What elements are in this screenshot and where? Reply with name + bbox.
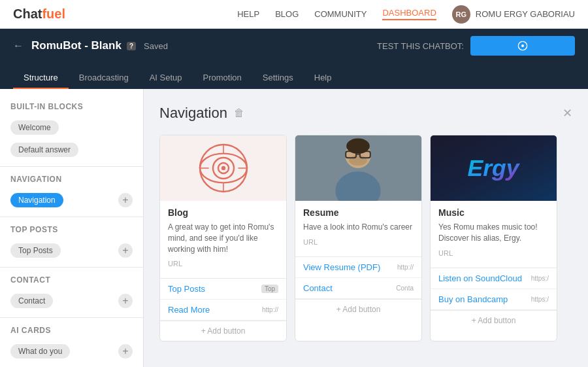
card-btn-url-contact: Conta <box>396 285 414 292</box>
card-url-label-blog: URL <box>168 260 278 268</box>
sidebar-item-ai-cards: What do you + <box>0 340 143 362</box>
svg-text:Ergy: Ergy <box>467 155 520 181</box>
card-desc-blog: A great way to get into Romu's mind, and… <box>168 222 278 254</box>
sidebar-section-title-top-posts: Top Posts <box>0 222 143 239</box>
card-btn-url-bandcamp: https:/ <box>531 296 549 303</box>
top-navigation: Chatfuel HELP BLOG COMMUNITY DASHBOARD R… <box>0 0 588 29</box>
bot-header-left: ← RomuBot - Blank ? Saved <box>13 39 168 52</box>
sidebar-chip-contact: Contact <box>10 294 53 308</box>
sidebar-divider-2 <box>0 217 143 217</box>
card-image-music: Ergy <box>431 135 557 201</box>
subnav-settings[interactable]: Settings <box>252 67 304 89</box>
content-title: Navigation 🗑 <box>159 105 244 122</box>
card-button-top-posts[interactable]: Top Posts Top <box>160 279 286 300</box>
user-area: RG ROMU ERGY GABORIAU <box>452 5 575 24</box>
subnav-broadcasting[interactable]: Broadcasting <box>69 67 139 89</box>
sidebar-section-contact: Contact Contact + <box>0 273 143 312</box>
nav-blog[interactable]: BLOG <box>275 9 299 19</box>
sidebar-divider-4 <box>0 317 143 318</box>
add-button-music[interactable]: + Add button <box>431 310 557 330</box>
sidebar-chip-default: Default answer <box>10 143 78 157</box>
sidebar-section-title-ai-cards: AI cards <box>0 323 143 340</box>
back-arrow[interactable]: ← <box>13 40 24 52</box>
card-title-resume: Resume <box>303 207 414 218</box>
main-layout: Built-in blocks Welcome Default answer N… <box>0 89 588 367</box>
sidebar-section-ai-cards: AI cards What do you + <box>0 323 143 362</box>
card-body-resume: Resume Have a look into Romu's career UR… <box>295 201 421 256</box>
sidebar-item-welcome: Welcome <box>0 116 143 139</box>
chip-default-answer[interactable]: Default answer <box>10 143 78 157</box>
card-music: Ergy Music Yes Romu makes music too! Dis… <box>430 135 557 341</box>
svg-point-6 <box>221 166 225 170</box>
card-image-blog <box>160 135 286 201</box>
sidebar-section-title-navigation: Navigation <box>0 172 143 189</box>
nav-help[interactable]: HELP <box>237 9 259 19</box>
sidebar-section-title-contact: Contact <box>0 273 143 290</box>
add-ai-cards-button[interactable]: + <box>118 344 133 358</box>
svg-point-1 <box>521 44 524 47</box>
chip-top-posts[interactable]: Top Posts <box>10 243 61 258</box>
content-title-text: Navigation <box>159 105 227 122</box>
card-button-soundcloud[interactable]: Listen on SoundCloud https:/ <box>431 268 557 289</box>
chip-navigation[interactable]: Navigation <box>10 193 63 207</box>
sidebar-section-top-posts: Top Posts Top Posts + <box>0 222 143 262</box>
svg-point-13 <box>349 155 367 166</box>
card-title-music: Music <box>438 207 549 218</box>
card-button-contact[interactable]: Contact Conta <box>295 278 421 299</box>
card-button-view-resume[interactable]: View Resume (PDF) http:// <box>295 257 421 278</box>
content-area: Navigation 🗑 ✕ <box>144 89 588 367</box>
card-url-label-music: URL <box>438 249 549 257</box>
add-top-posts-button[interactable]: + <box>118 243 133 258</box>
sidebar-chip-ai-cards: What do you <box>10 344 70 358</box>
card-button-read-more[interactable]: Read More http:// <box>160 300 286 321</box>
sidebar-section-title-builtin: Built-in blocks <box>0 99 143 116</box>
card-btn-label-soundcloud: Listen on SoundCloud <box>438 273 522 283</box>
card-btn-url-soundcloud: https:/ <box>531 275 549 282</box>
logo-chat: Chat <box>13 7 42 21</box>
sidebar: Built-in blocks Welcome Default answer N… <box>0 89 144 367</box>
nav-community[interactable]: COMMUNITY <box>314 9 367 19</box>
sidebar-item-default-answer: Default answer <box>0 139 143 161</box>
card-buttons-resume: View Resume (PDF) http:// Contact Conta … <box>295 256 421 319</box>
card-desc-music: Yes Romu makes music too! Discover his a… <box>438 222 549 244</box>
card-button-bandcamp[interactable]: Buy on Bandcamp https:/ <box>431 289 557 310</box>
add-navigation-button[interactable]: + <box>118 193 133 207</box>
add-contact-button[interactable]: + <box>118 294 133 308</box>
card-btn-label-bandcamp: Buy on Bandcamp <box>438 294 508 304</box>
add-button-blog[interactable]: + Add button <box>160 321 286 341</box>
bot-title-icon: ? <box>127 42 136 50</box>
test-chatbot-area: TEST THIS CHATBOT: <box>377 36 575 56</box>
user-name: ROMU ERGY GABORIAU <box>476 9 575 19</box>
subnav-promotion[interactable]: Promotion <box>193 67 252 89</box>
sidebar-chip-welcome: Welcome <box>10 120 59 135</box>
add-button-resume[interactable]: + Add button <box>295 299 421 319</box>
logo-fuel: fuel <box>42 7 65 21</box>
sidebar-chip-navigation: Navigation <box>10 193 63 207</box>
card-url-label-resume: URL <box>303 238 414 246</box>
content-header: Navigation 🗑 ✕ <box>159 105 572 122</box>
subnav-structure[interactable]: Structure <box>13 67 69 89</box>
card-btn-tag-top: Top <box>261 285 278 293</box>
nav-dashboard[interactable]: DASHBOARD <box>382 8 436 20</box>
test-chatbot-input[interactable] <box>470 36 575 56</box>
avatar: RG <box>452 5 470 24</box>
saved-badge: Saved <box>144 41 168 51</box>
card-blog: Blog A great way to get into Romu's mind… <box>159 135 287 341</box>
sidebar-item-navigation: Navigation + <box>0 189 143 211</box>
logo-area: Chatfuel <box>13 7 65 22</box>
logo: Chatfuel <box>13 7 65 22</box>
card-body-music: Music Yes Romu makes music too! Discover… <box>431 201 557 268</box>
bot-name: RomuBot - Blank <box>31 39 122 52</box>
subnav-help[interactable]: Help <box>304 67 342 89</box>
card-btn-label-contact: Contact <box>303 283 333 293</box>
close-icon[interactable]: ✕ <box>563 106 572 120</box>
chip-ai-cards[interactable]: What do you <box>10 344 70 358</box>
chip-contact[interactable]: Contact <box>10 294 53 308</box>
card-title-blog: Blog <box>168 207 278 218</box>
delete-icon[interactable]: 🗑 <box>234 107 244 119</box>
chip-welcome[interactable]: Welcome <box>10 120 59 135</box>
card-btn-label-top-posts: Top Posts <box>168 284 205 294</box>
subnav-ai-setup[interactable]: AI Setup <box>139 67 193 89</box>
card-buttons-blog: Top Posts Top Read More http:// + Add bu… <box>160 278 286 341</box>
bot-header: ← RomuBot - Blank ? Saved TEST THIS CHAT… <box>0 29 588 63</box>
